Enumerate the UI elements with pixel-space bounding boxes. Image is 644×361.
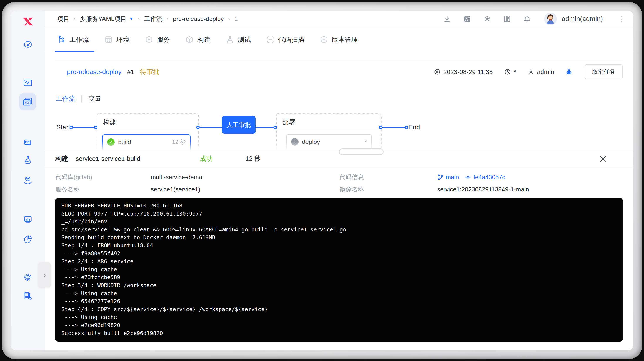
repo-label: 代码库(gitlab) xyxy=(55,173,151,181)
image-name-label: 镜像名称 xyxy=(340,185,437,194)
debug-toggle[interactable] xyxy=(566,68,572,75)
sidebar-item-monitor[interactable] xyxy=(11,78,45,88)
canvas-scrollbar[interactable] xyxy=(339,149,384,155)
tab-workflows[interactable]: 工作流 xyxy=(57,28,89,52)
subtab-workflow[interactable]: 工作流 xyxy=(56,94,75,103)
task-meta: 2023-08-29 11:38 * admin xyxy=(422,65,623,79)
building-check-icon xyxy=(23,290,33,301)
sidebar-item-testing[interactable] xyxy=(11,155,45,165)
pie-chart-icon xyxy=(23,234,33,244)
job-card-build[interactable]: ✓ build 12 秒 service1(service1) xyxy=(102,134,190,150)
integrations-icon[interactable] xyxy=(483,15,491,23)
build-log-terminal[interactable]: HUB_SERVER_SERVICE_HOST=10.200.61.168 GL… xyxy=(55,198,623,342)
app-window: PM xyxy=(11,11,633,350)
environment-icon xyxy=(104,35,113,44)
divider xyxy=(277,130,380,130)
sidebar-item-dashboard[interactable] xyxy=(11,40,45,50)
flow-connector-dot xyxy=(94,126,98,129)
job-detail-panel: 构建 service1-service1-build 成功 12 秒 代码库(g… xyxy=(45,150,633,350)
sidebar-item-enterprise[interactable] xyxy=(11,290,45,301)
pending-icon: ! xyxy=(291,138,298,146)
log-line: ---> e2ce96d19820 xyxy=(61,321,617,329)
gauge-icon xyxy=(23,40,33,50)
kebab-menu-icon[interactable]: ⋮ xyxy=(618,18,626,20)
breadcrumb-task-number: 1 xyxy=(234,16,238,23)
job-name: build xyxy=(118,139,131,146)
subtab-variables[interactable]: 变量 xyxy=(88,94,101,103)
breadcrumb-separator: › xyxy=(138,16,140,22)
tab-environments[interactable]: 环境 xyxy=(104,28,130,52)
flow-edge xyxy=(382,127,406,128)
tab-services[interactable]: 服务 xyxy=(145,28,170,52)
job-duration: * xyxy=(365,139,367,145)
topbar: 项目 › 多服务YAML项目 ▼ › 工作流 › pre-release-dep… xyxy=(45,11,633,28)
log-line: cd src/service1 && go clean && GOOS=linu… xyxy=(61,226,617,234)
start-time-value: 2023-08-29 11:38 xyxy=(444,68,493,76)
log-line: GLOO_PORT_9977_TCP=tcp://10.200.61.130:9… xyxy=(61,210,617,218)
flow-edge xyxy=(199,127,222,128)
monitor-bars-icon xyxy=(23,215,33,225)
flow-connector-dot xyxy=(274,126,277,129)
breadcrumb-project-name[interactable]: 多服务YAML项目 xyxy=(80,15,126,23)
sidebar-item-releases[interactable] xyxy=(11,137,45,147)
log-line: Successfully built e2ce96d19820 xyxy=(61,329,617,337)
view-subtabs: 工作流 变量 xyxy=(56,92,101,105)
frames-icon xyxy=(23,137,33,147)
service-name-value: service1(service1) xyxy=(151,186,340,193)
log-line: ---> Using cache xyxy=(61,290,617,298)
job-card-deploy[interactable]: ! deploy * service1 xyxy=(286,134,372,150)
device-bezel: PM xyxy=(2,2,642,359)
translate-icon[interactable]: A 文 xyxy=(463,15,471,23)
branch-name: main xyxy=(446,174,459,181)
tab-code-scan[interactable]: 代码扫描 xyxy=(266,28,304,52)
log-line: ---> e73fcfcbe589 xyxy=(61,273,617,281)
flow-connector-dot xyxy=(70,126,73,129)
breadcrumb-projects[interactable]: 项目 xyxy=(57,15,70,23)
start-time: 2023-08-29 11:38 xyxy=(434,68,493,76)
docs-icon[interactable] xyxy=(503,15,511,23)
tab-version-management[interactable]: 版本管理 xyxy=(320,28,358,52)
git-branch-icon xyxy=(437,174,444,181)
commit-link[interactable]: fe4a43057c xyxy=(465,174,505,181)
download-icon[interactable] xyxy=(443,15,451,23)
flow-connector-dot xyxy=(379,126,382,129)
avatar-illustration xyxy=(544,13,557,25)
branch-link[interactable]: main xyxy=(437,174,459,181)
manual-approval-node[interactable]: 人工审批 xyxy=(222,116,256,134)
flow-start-label: Start xyxy=(56,123,70,131)
breadcrumb-workflows[interactable]: 工作流 xyxy=(144,15,162,23)
sidebar-item-projects-active[interactable]: PM xyxy=(19,93,36,110)
log-line: ---> f9a80a55f492 xyxy=(61,250,617,258)
sidebar-item-reports[interactable] xyxy=(11,234,45,244)
workflow-name-link[interactable]: pre-release-deploy xyxy=(67,68,122,76)
sidebar-item-insight[interactable] xyxy=(11,215,45,225)
topbar-actions: A 文 xyxy=(431,13,626,25)
panel-job-name: service1-service1-build xyxy=(76,155,140,162)
cancel-task-button[interactable]: 取消任务 xyxy=(584,65,623,79)
workflow-canvas: Start 构建 ✓ build 12 秒 service1(servic xyxy=(45,105,633,150)
flow-connector-dot xyxy=(196,126,200,129)
operator-value: admin xyxy=(537,68,554,76)
chevron-down-icon[interactable]: ▼ xyxy=(129,16,134,21)
zadig-logo[interactable] xyxy=(11,15,45,29)
tab-tests[interactable]: 测试 xyxy=(226,28,251,52)
flow-edge xyxy=(256,127,276,128)
status-badge: 待审批 xyxy=(140,68,160,76)
sidebar-expander-handle[interactable]: › xyxy=(38,262,51,287)
bell-icon[interactable] xyxy=(523,15,531,23)
user-menu[interactable]: admin(admin) xyxy=(562,15,603,23)
task-info-bar: pre-release-deploy #1 待审批 2023-08-29 11:… xyxy=(55,61,623,83)
close-icon[interactable] xyxy=(599,155,607,163)
test-flask-icon xyxy=(226,35,234,44)
tab-builds[interactable]: 构建 xyxy=(185,28,210,52)
log-line: Step 2/4 : ARG service xyxy=(61,258,617,266)
avatar[interactable] xyxy=(544,13,557,25)
tab-label: 版本管理 xyxy=(332,35,358,44)
flow-edge xyxy=(71,127,96,128)
code-info-label: 代码信息 xyxy=(340,173,437,181)
sidebar-item-delivery[interactable] xyxy=(11,175,45,186)
build-icon xyxy=(185,35,194,44)
log-line: HUB_SERVER_SERVICE_HOST=10.200.61.168 xyxy=(61,202,617,210)
breadcrumb-workflow-name[interactable]: pre-release-deploy xyxy=(173,16,224,23)
divider xyxy=(98,130,198,130)
